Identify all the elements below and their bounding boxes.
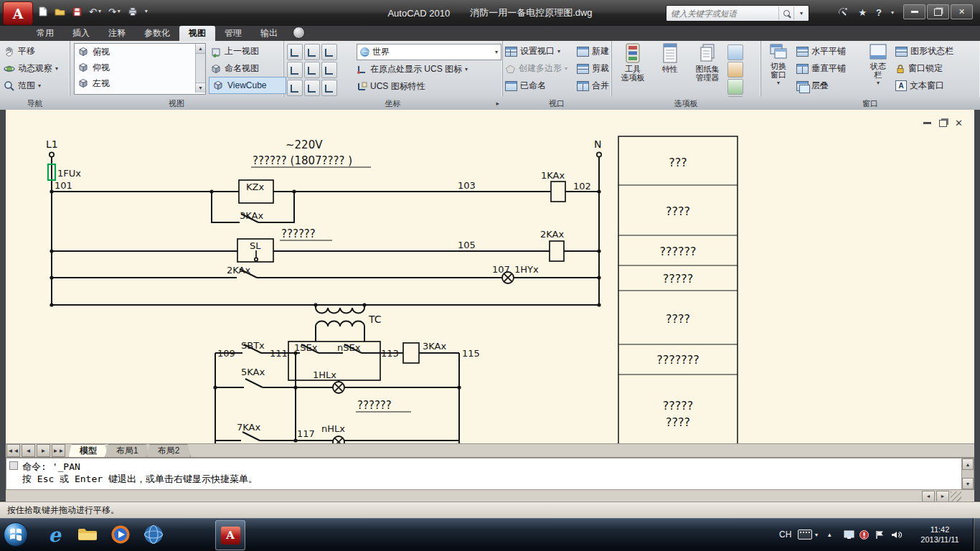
search-input[interactable] (666, 9, 778, 18)
new-viewport-button[interactable]: 新建 (577, 44, 609, 59)
ucs-tool-icon[interactable] (287, 62, 303, 78)
tray-app-button[interactable] (844, 518, 854, 551)
ime-options-button[interactable]: ▾ (815, 518, 818, 551)
tab-home[interactable]: 常用 (27, 26, 63, 41)
cascade-button[interactable]: 层叠 (796, 78, 829, 93)
zoom-dropdown-icon[interactable]: ▾ (38, 83, 41, 89)
tab-model[interactable]: 模型 (68, 444, 108, 458)
ucs-tool-icon[interactable] (304, 80, 320, 96)
prev-tab-icon[interactable]: ◄ (22, 444, 35, 457)
search-dropdown-button[interactable]: ▾ (793, 6, 809, 20)
ucs-tool-icon[interactable] (287, 80, 303, 96)
tray-update-button[interactable] (859, 518, 869, 551)
scroll-left-icon[interactable]: ◄ (922, 491, 935, 502)
ucs-tool-icon[interactable] (287, 44, 303, 60)
command-horizontal-scrollbar[interactable]: ◄ ► (6, 490, 963, 502)
tab-layout1[interactable]: 布局1 (105, 444, 150, 458)
next-tab-icon[interactable]: ► (37, 444, 50, 457)
taskbar-media-player-button[interactable] (108, 523, 133, 546)
switch-windows-button[interactable]: 切换 窗口 ▾ (763, 43, 794, 95)
save-button[interactable] (72, 7, 82, 17)
named-ucs-combo[interactable]: 世界 ▾ (357, 44, 501, 60)
join-viewport-button[interactable]: 合并 (577, 78, 609, 93)
communication-center-button[interactable] (837, 6, 849, 19)
viewcube-toggle-button[interactable]: ViewCube (209, 77, 286, 94)
orbit-dropdown-icon[interactable]: ▾ (55, 66, 58, 72)
sheet-set-manager-button[interactable]: 图纸集 管理器 (690, 43, 725, 95)
tab-view[interactable]: 视图 (179, 26, 215, 41)
ucs-tool-icon[interactable] (304, 44, 320, 60)
panel-title-views[interactable]: 视图 (70, 97, 283, 110)
scroll-down-icon[interactable]: ▼ (196, 83, 205, 93)
tool-palettes-button[interactable]: 工具 选项板 (616, 43, 650, 95)
taskbar-clock[interactable]: 11:42 2013/11/11 (908, 518, 971, 551)
command-vertical-scrollbar[interactable]: ▲ ▼ (961, 458, 974, 490)
taskbar-explorer-button[interactable] (75, 523, 100, 546)
status-bar-dropdown-icon[interactable]: ▾ (877, 80, 880, 86)
panel-title-coordinates[interactable]: 坐标 ▸ (283, 97, 502, 110)
taskbar-autocad-button[interactable]: A (215, 520, 245, 550)
search-button[interactable] (778, 6, 793, 20)
action-center-button[interactable] (875, 518, 885, 551)
tab-output[interactable]: 输出 (251, 26, 287, 41)
scroll-up-icon[interactable]: ▲ (196, 44, 205, 54)
scroll-right-icon[interactable]: ► (936, 491, 949, 502)
doc-restore-icon[interactable] (939, 120, 947, 127)
application-menu-button[interactable]: A (3, 1, 33, 25)
tab-layout2[interactable]: 布局2 (146, 444, 192, 458)
redo-dropdown-icon[interactable]: ▾ (118, 9, 121, 14)
properties-palette-button[interactable]: 特性 (653, 43, 687, 95)
doc-minimize-icon[interactable] (923, 122, 931, 124)
taskbar-ie-button[interactable]: e (42, 523, 67, 546)
named-views-button[interactable]: 命名视图 (210, 61, 259, 76)
restore-button[interactable] (927, 4, 949, 19)
status-bar-button[interactable]: 状态 栏 ▾ (864, 43, 892, 95)
tile-vertically-button[interactable]: 垂直平铺 (796, 61, 846, 76)
view-list-scrollbar[interactable]: ▲ ▼ (195, 44, 205, 93)
ribbon-minimize-icon[interactable] (293, 27, 305, 39)
view-list-item-left[interactable]: 左视 (75, 75, 205, 91)
ucs-icon-properties-button[interactable]: UCS 图标特性 (357, 79, 425, 94)
first-tab-icon[interactable]: ◄◄ (6, 444, 20, 457)
show-hidden-icons-button[interactable]: ▴ (828, 518, 831, 551)
keyboard-layout-button[interactable] (798, 518, 812, 551)
redo-button[interactable]: ↷▾ (108, 7, 121, 17)
ucs-tool-icon[interactable] (321, 44, 337, 60)
scroll-up-icon[interactable]: ▲ (962, 458, 974, 470)
drawing-area[interactable]: L1 N ~220V ?????? (1807???? ) 1FUx 101 K… (6, 110, 974, 443)
named-viewports-button[interactable]: 已命名 (505, 78, 546, 93)
ucs-tool-icon[interactable] (321, 80, 337, 96)
combo-dropdown-icon[interactable]: ▾ (495, 50, 498, 55)
tab-insert[interactable]: 插入 (63, 26, 99, 41)
viewport-setup-dropdown-icon[interactable]: ▾ (557, 49, 560, 55)
drawing-status-bar-button[interactable]: 图形状态栏 (895, 44, 953, 59)
zoom-extents-button[interactable]: 范围 ▾ (4, 78, 41, 93)
window-lock-button[interactable]: 窗口锁定 (895, 61, 943, 76)
qat-customize-icon[interactable]: ▾ (145, 9, 148, 14)
undo-button[interactable]: ↶▾ (89, 7, 101, 17)
drawing-canvas[interactable]: L1 N ~220V ?????? (1807???? ) 1FUx 101 K… (6, 110, 974, 443)
undo-dropdown-icon[interactable]: ▾ (98, 9, 101, 14)
text-window-button[interactable]: A 文本窗口 (895, 78, 944, 93)
resize-grip[interactable] (951, 491, 961, 501)
panel-title-palettes[interactable]: 选项板 (611, 97, 760, 110)
switch-windows-dropdown-icon[interactable]: ▾ (777, 80, 780, 86)
ucs-tool-icon[interactable] (304, 62, 320, 78)
volume-button[interactable] (891, 518, 902, 551)
new-file-button[interactable] (39, 6, 47, 17)
clip-viewport-button[interactable]: 剪裁 (577, 61, 609, 76)
favorites-button[interactable]: ★ (858, 7, 867, 18)
start-button[interactable] (1, 520, 30, 549)
minimize-button[interactable] (903, 4, 925, 19)
help-button[interactable]: ? (876, 7, 882, 18)
help-dropdown-icon[interactable]: ▾ (891, 10, 894, 16)
tab-annotate[interactable]: 注释 (99, 26, 135, 41)
ucs-origin-dropdown-icon[interactable]: ▾ (465, 67, 468, 72)
panel-title-navigation[interactable]: 导航 (0, 97, 70, 110)
panel-title-window[interactable]: 窗口 (760, 97, 980, 110)
doc-close-icon[interactable]: ✕ (955, 118, 963, 128)
plot-button[interactable] (128, 7, 138, 16)
tab-manage[interactable]: 管理 (215, 26, 251, 41)
viewport-setup-button[interactable]: 设置视口 ▾ (505, 44, 560, 59)
view-list-item-top[interactable]: 俯视 (75, 44, 205, 60)
